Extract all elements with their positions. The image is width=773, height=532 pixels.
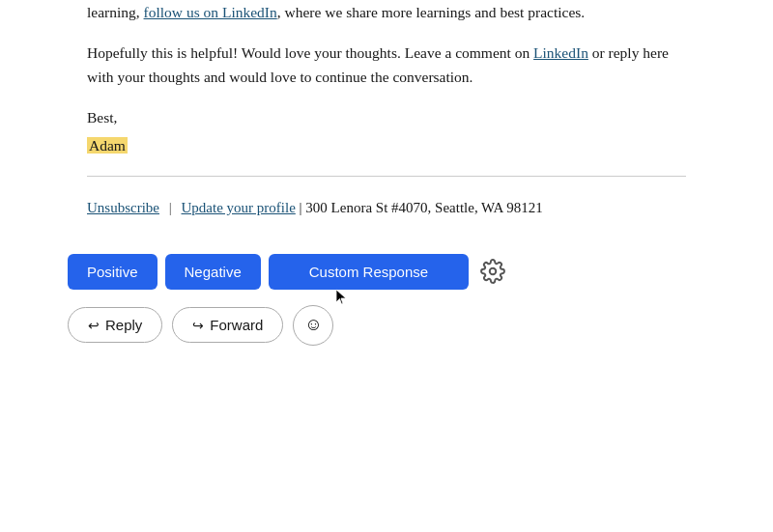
reply-label: Reply — [105, 317, 142, 333]
section-divider — [87, 176, 686, 177]
separator-1: | — [169, 200, 176, 215]
footer-text: Unsubscribe | Update your profile | 300 … — [87, 196, 686, 219]
author-name-highlight: Adam — [87, 137, 128, 154]
emoji-button[interactable]: ☺ — [293, 305, 333, 346]
linkedin-link[interactable]: follow us on LinkedIn — [144, 4, 277, 20]
linkedin-comment-link[interactable]: LinkedIn — [533, 44, 588, 61]
forward-button[interactable]: ↪ Forward — [172, 307, 283, 343]
svg-point-0 — [490, 268, 497, 275]
positive-button[interactable]: Positive — [68, 254, 157, 290]
settings-icon[interactable] — [480, 259, 505, 284]
negative-button[interactable]: Negative — [165, 254, 261, 290]
top-paragraph: learning, follow us on LinkedIn, where w… — [87, 0, 686, 25]
main-paragraph: Hopefully this is helpful! Would love yo… — [87, 41, 686, 90]
greeting-text: Best, — [87, 105, 686, 130]
reply-button[interactable]: ↩ Reply — [68, 307, 162, 343]
reply-buttons-row: ↩ Reply ↪ Forward ☺ — [68, 305, 705, 346]
action-buttons-section: Positive Negative Custom Response ↩ Repl… — [0, 254, 773, 346]
custom-response-button[interactable]: Custom Response — [269, 254, 469, 290]
forward-arrow-icon: ↪ — [192, 318, 204, 333]
author-name: Adam — [87, 133, 686, 158]
emoji-icon: ☺ — [304, 315, 322, 335]
mouse-cursor — [335, 289, 347, 306]
email-body: learning, follow us on LinkedIn, where w… — [0, 0, 773, 219]
reply-arrow-icon: ↩ — [88, 318, 100, 333]
address-text: 300 Lenora St #4070, Seattle, WA 98121 — [305, 200, 543, 215]
update-profile-link[interactable]: Update your profile — [182, 200, 296, 215]
unsubscribe-link[interactable]: Unsubscribe — [87, 200, 159, 215]
forward-label: Forward — [210, 317, 263, 333]
sentiment-buttons-row: Positive Negative Custom Response — [68, 254, 705, 290]
